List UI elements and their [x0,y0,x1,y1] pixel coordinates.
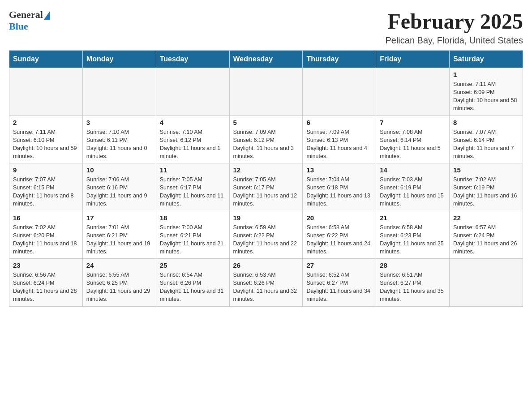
calendar-table: SundayMondayTuesdayWednesdayThursdayFrid… [9,50,523,307]
calendar-cell [9,68,83,116]
calendar-cell: 5Sunrise: 7:09 AM Sunset: 6:12 PM Daylig… [229,116,303,163]
calendar-day-header: Friday [376,51,450,68]
day-number: 2 [13,119,79,126]
day-number: 10 [86,166,152,174]
day-info: Sunrise: 7:08 AM Sunset: 6:14 PM Dayligh… [380,128,446,161]
calendar-day-header: Monday [82,51,156,68]
calendar-cell: 28Sunrise: 6:51 AM Sunset: 6:27 PM Dayli… [376,259,450,307]
location-title: Pelican Bay, Florida, United States [385,35,523,46]
day-number: 6 [306,119,372,126]
day-info: Sunrise: 7:07 AM Sunset: 6:15 PM Dayligh… [13,176,79,208]
day-number: 7 [380,119,446,126]
calendar-cell: 19Sunrise: 6:59 AM Sunset: 6:22 PM Dayli… [229,211,303,259]
day-number: 26 [233,261,299,269]
calendar-week-row: 23Sunrise: 6:56 AM Sunset: 6:24 PM Dayli… [9,259,523,307]
calendar-cell: 18Sunrise: 7:00 AM Sunset: 6:21 PM Dayli… [156,211,229,259]
day-number: 15 [453,166,519,174]
day-info: Sunrise: 7:09 AM Sunset: 6:12 PM Dayligh… [233,128,299,161]
calendar-header-row: SundayMondayTuesdayWednesdayThursdayFrid… [9,51,523,68]
calendar-cell: 14Sunrise: 7:03 AM Sunset: 6:19 PM Dayli… [376,163,450,211]
day-number: 22 [453,214,519,222]
day-info: Sunrise: 7:06 AM Sunset: 6:16 PM Dayligh… [86,176,152,208]
calendar-cell: 11Sunrise: 7:05 AM Sunset: 6:17 PM Dayli… [156,163,229,211]
calendar-day-header: Wednesday [229,51,303,68]
logo-triangle-icon [44,11,50,20]
calendar-cell: 1Sunrise: 7:11 AM Sunset: 6:09 PM Daylig… [450,68,523,116]
day-number: 19 [233,214,299,222]
day-number: 3 [86,119,152,126]
calendar-cell: 27Sunrise: 6:52 AM Sunset: 6:27 PM Dayli… [303,259,376,307]
day-number: 5 [233,119,299,126]
day-info: Sunrise: 6:57 AM Sunset: 6:24 PM Dayligh… [453,223,519,256]
calendar-cell: 21Sunrise: 6:58 AM Sunset: 6:23 PM Dayli… [376,211,450,259]
day-info: Sunrise: 6:58 AM Sunset: 6:23 PM Dayligh… [380,223,446,256]
page-header: General Blue February 2025 Pelican Bay, … [9,9,523,46]
day-info: Sunrise: 7:11 AM Sunset: 6:09 PM Dayligh… [453,80,519,113]
day-number: 11 [160,166,226,174]
day-info: Sunrise: 7:03 AM Sunset: 6:19 PM Dayligh… [380,176,446,208]
day-info: Sunrise: 7:10 AM Sunset: 6:12 PM Dayligh… [160,128,226,161]
day-number: 20 [306,214,372,222]
calendar-cell [450,259,523,307]
calendar-cell: 25Sunrise: 6:54 AM Sunset: 6:26 PM Dayli… [156,259,229,307]
calendar-cell: 12Sunrise: 7:05 AM Sunset: 6:17 PM Dayli… [229,163,303,211]
calendar-cell: 10Sunrise: 7:06 AM Sunset: 6:16 PM Dayli… [82,163,156,211]
calendar-week-row: 1Sunrise: 7:11 AM Sunset: 6:09 PM Daylig… [9,68,523,116]
day-number: 12 [233,166,299,174]
day-number: 13 [306,166,372,174]
calendar-week-row: 2Sunrise: 7:11 AM Sunset: 6:10 PM Daylig… [9,116,523,163]
day-number: 4 [160,119,226,126]
logo-general-text: General [9,9,43,21]
calendar-cell: 20Sunrise: 6:58 AM Sunset: 6:22 PM Dayli… [303,211,376,259]
day-info: Sunrise: 6:55 AM Sunset: 6:25 PM Dayligh… [86,271,152,304]
day-number: 21 [380,214,446,222]
day-info: Sunrise: 7:05 AM Sunset: 6:17 PM Dayligh… [160,176,226,208]
logo-blue-text: Blue [9,21,28,32]
day-number: 23 [13,261,79,269]
calendar-cell: 16Sunrise: 7:02 AM Sunset: 6:20 PM Dayli… [9,211,83,259]
day-number: 1 [453,71,519,78]
day-info: Sunrise: 6:58 AM Sunset: 6:22 PM Dayligh… [306,223,372,256]
calendar-cell: 24Sunrise: 6:55 AM Sunset: 6:25 PM Dayli… [82,259,156,307]
calendar-cell: 15Sunrise: 7:02 AM Sunset: 6:19 PM Dayli… [450,163,523,211]
day-info: Sunrise: 7:07 AM Sunset: 6:14 PM Dayligh… [453,128,519,161]
calendar-cell: 8Sunrise: 7:07 AM Sunset: 6:14 PM Daylig… [450,116,523,163]
day-info: Sunrise: 7:11 AM Sunset: 6:10 PM Dayligh… [13,128,79,161]
calendar-cell: 17Sunrise: 7:01 AM Sunset: 6:21 PM Dayli… [82,211,156,259]
day-info: Sunrise: 7:09 AM Sunset: 6:13 PM Dayligh… [306,128,372,161]
calendar-day-header: Saturday [450,51,523,68]
calendar-day-header: Tuesday [156,51,229,68]
title-section: February 2025 Pelican Bay, Florida, Unit… [385,9,523,46]
calendar-week-row: 16Sunrise: 7:02 AM Sunset: 6:20 PM Dayli… [9,211,523,259]
day-info: Sunrise: 6:53 AM Sunset: 6:26 PM Dayligh… [233,271,299,304]
calendar-cell [156,68,229,116]
day-info: Sunrise: 7:05 AM Sunset: 6:17 PM Dayligh… [233,176,299,208]
calendar-cell: 2Sunrise: 7:11 AM Sunset: 6:10 PM Daylig… [9,116,83,163]
day-number: 27 [306,261,372,269]
calendar-cell: 4Sunrise: 7:10 AM Sunset: 6:12 PM Daylig… [156,116,229,163]
day-number: 28 [380,261,446,269]
day-info: Sunrise: 7:01 AM Sunset: 6:21 PM Dayligh… [86,223,152,256]
calendar-day-header: Sunday [9,51,83,68]
calendar-cell [82,68,156,116]
day-info: Sunrise: 7:02 AM Sunset: 6:20 PM Dayligh… [13,223,79,256]
calendar-cell: 6Sunrise: 7:09 AM Sunset: 6:13 PM Daylig… [303,116,376,163]
calendar-cell [376,68,450,116]
day-number: 8 [453,119,519,126]
logo: General Blue [9,9,50,32]
day-info: Sunrise: 7:10 AM Sunset: 6:11 PM Dayligh… [86,128,152,161]
day-number: 16 [13,214,79,222]
calendar-cell: 23Sunrise: 6:56 AM Sunset: 6:24 PM Dayli… [9,259,83,307]
day-number: 17 [86,214,152,222]
day-info: Sunrise: 7:00 AM Sunset: 6:21 PM Dayligh… [160,223,226,256]
day-info: Sunrise: 7:04 AM Sunset: 6:18 PM Dayligh… [306,176,372,208]
calendar-cell: 9Sunrise: 7:07 AM Sunset: 6:15 PM Daylig… [9,163,83,211]
day-number: 9 [13,166,79,174]
day-info: Sunrise: 6:51 AM Sunset: 6:27 PM Dayligh… [380,271,446,304]
calendar-cell: 7Sunrise: 7:08 AM Sunset: 6:14 PM Daylig… [376,116,450,163]
day-number: 14 [380,166,446,174]
calendar-week-row: 9Sunrise: 7:07 AM Sunset: 6:15 PM Daylig… [9,163,523,211]
month-title: February 2025 [385,9,523,34]
day-info: Sunrise: 6:59 AM Sunset: 6:22 PM Dayligh… [233,223,299,256]
calendar-cell [229,68,303,116]
